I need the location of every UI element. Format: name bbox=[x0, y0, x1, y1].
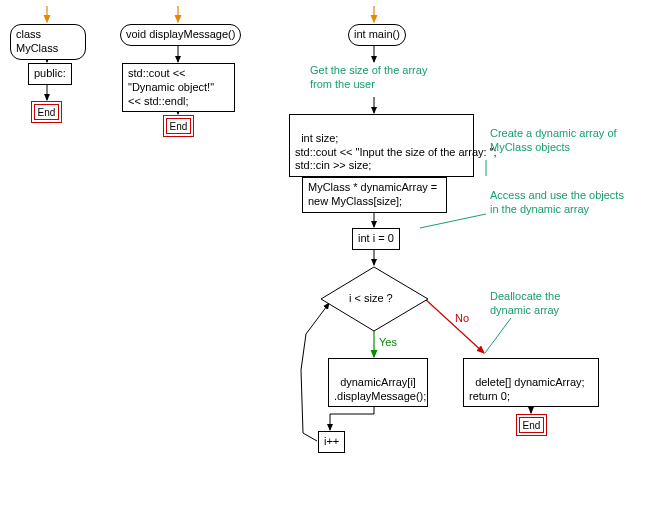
flow3-comment-create-array: Create a dynamic array of MyClass object… bbox=[490, 127, 630, 155]
svg-line-15 bbox=[424, 298, 484, 353]
flow2-step-cout-label: std::cout << "Dynamic object!" << std::e… bbox=[128, 67, 214, 107]
flow1-end-label: End bbox=[38, 107, 56, 118]
flow3-start-label: int main() bbox=[354, 28, 400, 40]
flow3-edge-yes: Yes bbox=[379, 336, 397, 348]
flow3-loop-init: int i = 0 bbox=[352, 228, 400, 250]
flow3-loop-inc: i++ bbox=[318, 431, 345, 453]
flow3-end: End bbox=[516, 414, 547, 436]
flow1-start-label: class MyClass bbox=[16, 28, 58, 54]
flow3-step-delete: delete[] dynamicArray; return 0; bbox=[463, 358, 599, 407]
flow3-step-new-array: MyClass * dynamicArray = new MyClass[siz… bbox=[302, 177, 447, 213]
svg-line-16 bbox=[485, 318, 511, 353]
flow2-end-label: End bbox=[170, 121, 188, 132]
flow2-step-cout: std::cout << "Dynamic object!" << std::e… bbox=[122, 63, 235, 112]
svg-line-12 bbox=[420, 214, 486, 228]
flow3-end-label: End bbox=[523, 420, 541, 431]
flow3-step-new-array-label: MyClass * dynamicArray = new MyClass[siz… bbox=[308, 181, 437, 207]
flow3-comment-create-array-label: Create a dynamic array of MyClass object… bbox=[490, 127, 617, 153]
flow2-end: End bbox=[163, 115, 194, 137]
flow3-comment-get-size: Get the size of the array from the user bbox=[310, 64, 450, 92]
flow3-edge-no: No bbox=[455, 312, 469, 324]
flow3-decision-label: i < size ? bbox=[349, 292, 393, 304]
flow1-start: class MyClass bbox=[10, 24, 86, 60]
flow3-step-size: int size; std::cout << "Input the size o… bbox=[289, 114, 474, 177]
flow3-comment-get-size-label: Get the size of the array from the user bbox=[310, 64, 427, 90]
flow3-comment-deallocate: Deallocate the dynamic array bbox=[490, 290, 600, 318]
flow2-start: void displayMessage() bbox=[120, 24, 241, 46]
flow2-start-label: void displayMessage() bbox=[126, 28, 235, 40]
flow3-loop-body-label: dynamicArray[i] .displayMessage(); bbox=[334, 376, 426, 402]
flow1-step-public-label: public: bbox=[34, 67, 66, 79]
flow3-step-delete-label: delete[] dynamicArray; return 0; bbox=[469, 376, 585, 402]
flow3-comment-access: Access and use the objects in the dynami… bbox=[490, 189, 635, 217]
flow1-end: End bbox=[31, 101, 62, 123]
flow3-start: int main() bbox=[348, 24, 406, 46]
flow3-loop-init-label: int i = 0 bbox=[358, 232, 394, 244]
flow1-step-public: public: bbox=[28, 63, 72, 85]
flow3-comment-deallocate-label: Deallocate the dynamic array bbox=[490, 290, 560, 316]
flow3-step-size-label: int size; std::cout << "Input the size o… bbox=[295, 132, 497, 172]
flow3-comment-access-label: Access and use the objects in the dynami… bbox=[490, 189, 624, 215]
flow3-loop-body: dynamicArray[i] .displayMessage(); bbox=[328, 358, 428, 407]
flow3-loop-inc-label: i++ bbox=[324, 435, 339, 447]
